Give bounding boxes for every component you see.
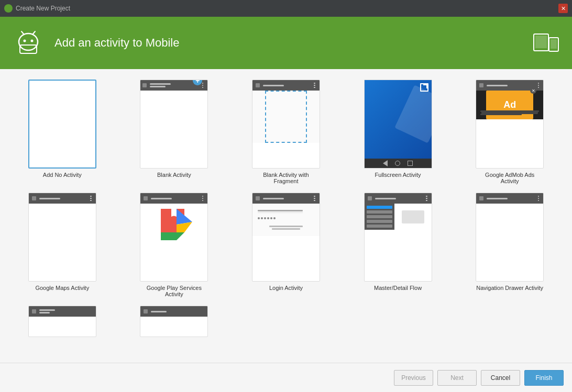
phone-top-bar-fragment [252, 80, 320, 91]
activity-item-partial2[interactable] [120, 304, 228, 339]
header-title: Add an activity to Mobile [54, 36, 179, 50]
ad-text: Ad [503, 99, 516, 110]
activity-item-master[interactable]: Master/Detail Flow [344, 191, 452, 299]
master-label: Master/Detail Flow [374, 285, 422, 291]
master-list [365, 204, 395, 230]
activity-item-login[interactable]: Login Activity [232, 191, 340, 299]
nav-bar [365, 159, 432, 168]
detail-panel [394, 204, 431, 230]
master-preview [364, 193, 432, 282]
svg-rect-7 [535, 36, 547, 48]
svg-rect-9 [551, 39, 557, 49]
detail-content [402, 210, 424, 223]
play-preview [140, 193, 208, 282]
activity-item-partial1[interactable] [8, 304, 116, 339]
cancel-button[interactable]: Cancel [481, 370, 520, 386]
maps-label: Google Maps Activity [35, 285, 89, 291]
close-button[interactable]: ✕ [558, 4, 568, 13]
fragment-label: Blank Activity with Fragment [252, 172, 320, 184]
next-button[interactable]: Next [437, 370, 477, 386]
login-top-bar [252, 193, 320, 204]
footer: Previous Next Cancel Finish [0, 363, 572, 392]
admob-label: Google AdMob Ads Activity [476, 172, 544, 184]
login-phone-body [252, 204, 320, 236]
activity-item-play[interactable]: Google Play Services Activity [120, 191, 228, 299]
android-studio-logo [13, 27, 44, 59]
partial1-preview [28, 306, 96, 337]
master-phone-body [365, 204, 432, 230]
nav-dots [142, 83, 147, 87]
navdrawer-label: Navigation Drawer Activity [476, 285, 543, 291]
login-preview [252, 193, 320, 282]
three-dots-maps [90, 196, 94, 201]
svg-point-0 [19, 33, 38, 50]
list-item [367, 215, 393, 218]
three-dots-fragment [314, 83, 317, 88]
list-item [367, 206, 393, 209]
main-content: Add No Activity [0, 69, 572, 392]
list-item [367, 225, 393, 228]
navdrawer-preview [476, 193, 544, 282]
partial2-top-bar [140, 306, 207, 317]
blank-label: Blank Activity [157, 172, 191, 178]
activity-item-fullscreen[interactable]: Fullscreen Activity [344, 77, 452, 186]
password-field-area [258, 217, 314, 219]
activity-grid: Add No Activity [8, 77, 564, 339]
email-field-area [258, 210, 314, 213]
partial2-preview [140, 306, 208, 337]
svg-line-1 [21, 31, 24, 35]
activity-item-admob[interactable]: Ad ✕ Google AdMob Ads Activity [456, 77, 564, 186]
admob-phone-body: Ad ✕ [476, 91, 543, 119]
previous-button[interactable]: Previous [394, 370, 433, 386]
three-dots-play [202, 196, 206, 201]
activity-item-no-activity[interactable]: Add No Activity [8, 77, 116, 186]
recent-button [408, 161, 413, 166]
navdrawer-top-bar [476, 193, 543, 204]
title-bar: Create New Project ✕ [0, 0, 572, 17]
title-bar-left: Create New Project [4, 4, 70, 13]
blank-preview: + [140, 80, 208, 169]
home-button [395, 161, 400, 166]
partial1-top-bar [29, 306, 96, 317]
play-top-bar [140, 193, 207, 204]
three-dots-navdrawer [538, 196, 542, 201]
three-dots-master [426, 196, 430, 201]
maps-top-bar [29, 193, 96, 204]
fragment-phone-body [252, 91, 320, 143]
svg-point-3 [24, 40, 26, 42]
svg-point-4 [31, 40, 34, 42]
list-item [367, 220, 393, 223]
header: Add an activity to Mobile [0, 17, 572, 69]
activity-item-blank[interactable]: + Blank Activity [120, 77, 228, 186]
signin-button-area [258, 226, 314, 230]
finish-button[interactable]: Finish [524, 370, 564, 386]
ad-close: ✕ [530, 87, 536, 94]
svg-line-2 [32, 31, 35, 35]
wavy-lines [148, 83, 201, 87]
fullscreen-preview [364, 80, 432, 169]
maximize-icon [420, 83, 428, 92]
no-activity-preview [28, 80, 96, 169]
three-dots [202, 83, 206, 88]
activity-grid-container[interactable]: Add No Activity [0, 69, 572, 363]
list-item [367, 210, 393, 214]
activity-item-navdrawer[interactable]: Navigation Drawer Activity [456, 191, 564, 299]
bottom-waves [480, 110, 539, 115]
window-title: Create New Project [16, 5, 70, 12]
fragment-dashed-box [265, 91, 307, 143]
three-dots-admob [538, 83, 542, 88]
back-button [383, 160, 388, 166]
maps-preview [28, 193, 96, 282]
play-logo [156, 204, 192, 240]
header-right [533, 31, 559, 54]
activity-item-fragment[interactable]: Blank Activity with Fragment [232, 77, 340, 186]
three-dots-login [314, 196, 317, 201]
fragment-preview [252, 80, 320, 169]
master-top-bar [365, 193, 432, 204]
app-icon [4, 4, 13, 13]
login-label: Login Activity [269, 285, 303, 291]
device-icon [533, 31, 559, 52]
admob-preview: Ad ✕ [476, 80, 544, 169]
activity-item-maps[interactable]: Google Maps Activity [8, 191, 116, 299]
no-activity-label: Add No Activity [43, 172, 82, 178]
